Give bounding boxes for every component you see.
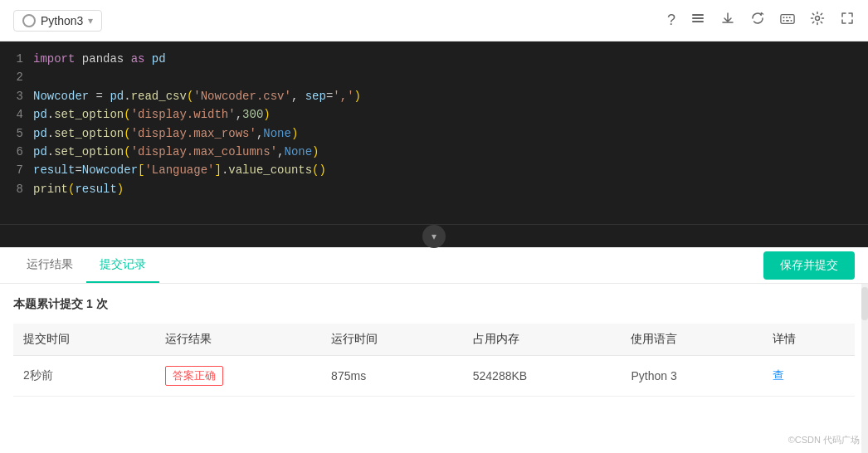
token: =: [75, 163, 81, 177]
col-run-time: 运行时间: [321, 324, 463, 356]
tab-submit-history[interactable]: 提交记录: [86, 247, 159, 283]
token: .: [47, 108, 54, 121]
token: set_option: [54, 127, 124, 140]
results-area: 本题累计提交 1 次 提交时间 运行结果 运行时间 占用内存 使用语言 详情 2…: [0, 284, 868, 453]
token: sep: [305, 90, 326, 103]
token: set_option: [54, 108, 124, 121]
table-cell: 2秒前: [13, 356, 155, 397]
token: Nowcoder: [82, 163, 138, 177]
code-line: 3Nowcoder = pd.read_csv('Nowcoder.csv', …: [13, 87, 855, 105]
col-memory: 占用内存: [463, 324, 622, 356]
collapse-button[interactable]: ▾: [0, 224, 868, 247]
token: 'display.width': [131, 108, 236, 121]
token: ]: [214, 163, 221, 177]
token: (: [124, 127, 130, 140]
token: (: [124, 108, 130, 121]
svg-rect-3: [781, 15, 794, 24]
token: 'display.max_columns': [131, 145, 277, 158]
svg-rect-5: [786, 17, 788, 18]
save-submit-button[interactable]: 保存并提交: [763, 251, 855, 280]
svg-rect-8: [786, 20, 789, 22]
token: .: [124, 90, 130, 103]
code-line: 1import pandas as pd: [13, 50, 855, 68]
detail-link[interactable]: 查: [773, 368, 784, 382]
col-language: 使用语言: [621, 324, 763, 356]
token: .: [47, 145, 54, 158]
code-editor[interactable]: 1import pandas as pd23Nowcoder = pd.read…: [0, 41, 868, 224]
collapse-circle[interactable]: ▾: [422, 225, 446, 248]
table-cell: 875ms: [321, 356, 463, 397]
token: ,: [236, 108, 242, 121]
chevron-down-icon: ▾: [432, 231, 436, 242]
line-code: Nowcoder = pd.read_csv('Nowcoder.csv', s…: [33, 87, 361, 105]
keyboard-icon[interactable]: [780, 12, 795, 29]
svg-rect-4: [783, 17, 785, 18]
line-code: import pandas as pd: [33, 50, 166, 68]
toolbar: Python3 ▾ ?: [0, 0, 868, 41]
code-line: 6pd.set_option('display.max_columns',Non…: [13, 143, 855, 161]
line-code: pd.set_option('display.max_columns',None…: [33, 143, 319, 161]
tab-run-result[interactable]: 运行结果: [13, 247, 86, 283]
settings-icon[interactable]: [810, 11, 825, 30]
code-line: 7result=Nowcoder['Language'].value_count…: [13, 161, 855, 179]
line-number: 8: [13, 180, 23, 198]
line-code: print(result): [33, 180, 124, 198]
language-label: Python3: [41, 14, 83, 27]
token: value_counts: [228, 163, 312, 177]
token: 'display.max_rows': [131, 127, 256, 140]
svg-rect-7: [783, 20, 785, 22]
fullscreen-icon[interactable]: [840, 11, 855, 30]
token: 'Language': [144, 163, 214, 177]
line-number: 6: [13, 143, 23, 161]
refresh-icon[interactable]: [750, 11, 765, 30]
token: ,: [291, 90, 305, 103]
list-icon[interactable]: [690, 11, 705, 30]
token: pd: [33, 127, 47, 140]
code-line: 8print(result): [13, 180, 855, 198]
token: ): [291, 127, 298, 140]
token: ): [117, 183, 124, 196]
svg-rect-6: [789, 17, 791, 18]
toolbar-actions: ?: [667, 11, 855, 30]
status-badge: 答案正确: [165, 366, 223, 386]
token: ): [263, 108, 270, 121]
token: 300: [242, 108, 263, 121]
line-code: pd.set_option('display.max_rows',None): [33, 124, 298, 143]
help-icon[interactable]: ?: [667, 12, 675, 29]
token: .: [47, 127, 54, 140]
line-number: 7: [13, 161, 23, 179]
token: pandas: [75, 52, 130, 66]
token: (: [124, 145, 130, 158]
download-icon[interactable]: [720, 11, 735, 30]
token: None: [263, 127, 291, 140]
line-number: 1: [13, 50, 23, 68]
token: None: [284, 145, 312, 158]
token: 'Nowcoder.csv': [193, 90, 291, 103]
watermark: ©CSDN 代码广场: [788, 434, 860, 446]
table-row: 2秒前答案正确875ms524288KBPython 3查: [13, 356, 855, 397]
language-icon: [22, 14, 36, 27]
col-submit-time: 提交时间: [13, 324, 155, 356]
submissions-table: 提交时间 运行结果 运行时间 占用内存 使用语言 详情 2秒前答案正确875ms…: [13, 324, 855, 397]
svg-rect-9: [791, 20, 792, 22]
token: result: [33, 163, 75, 177]
language-selector[interactable]: Python3 ▾: [13, 10, 102, 32]
line-code: result=Nowcoder['Language'].value_counts…: [33, 161, 326, 179]
col-detail: 详情: [763, 324, 855, 356]
token: pd: [110, 90, 124, 103]
line-number: 3: [13, 87, 23, 105]
col-run-result: 运行结果: [155, 324, 321, 356]
table-cell: Python 3: [621, 356, 763, 397]
token: read_csv: [131, 90, 187, 103]
token: (): [312, 163, 326, 177]
table-header-row: 提交时间 运行结果 运行时间 占用内存 使用语言 详情: [13, 324, 855, 356]
svg-point-10: [816, 17, 820, 21]
token: result: [75, 183, 116, 196]
code-lines: 1import pandas as pd23Nowcoder = pd.read…: [0, 50, 868, 198]
token: pd: [33, 108, 47, 121]
line-code: pd.set_option('display.width',300): [33, 105, 271, 124]
token: set_option: [54, 145, 124, 158]
token: import: [33, 52, 75, 66]
token: pd: [144, 52, 165, 66]
code-line: 2: [13, 68, 855, 86]
